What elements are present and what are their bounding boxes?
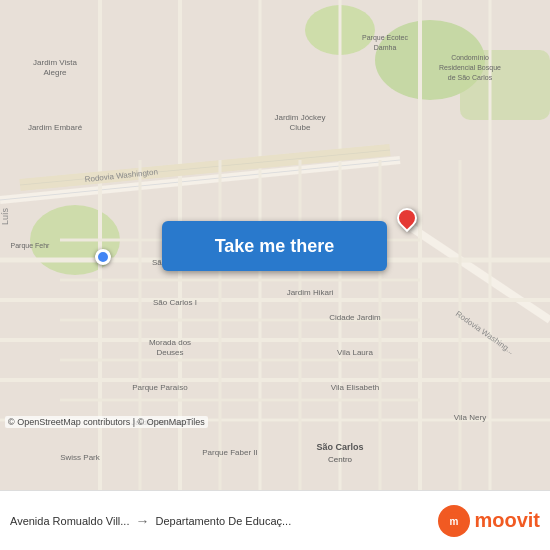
svg-text:Luís: Luís [0, 207, 10, 225]
svg-text:Jardim Jóckey: Jardim Jóckey [274, 113, 325, 122]
destination-marker [397, 208, 417, 228]
svg-text:Parque Fehr: Parque Fehr [11, 242, 51, 250]
app: Luís Rodovia Washington Rodovia Washing.… [0, 0, 550, 550]
svg-text:Vila Nery: Vila Nery [454, 413, 486, 422]
svg-text:Swiss Park: Swiss Park [60, 453, 101, 462]
svg-text:Condomínio: Condomínio [451, 54, 489, 61]
svg-text:Morada dos: Morada dos [149, 338, 191, 347]
origin-text: Avenida Romualdo Vill... [10, 515, 129, 527]
svg-text:Clube: Clube [290, 123, 311, 132]
origin-marker [95, 249, 111, 265]
svg-text:Parque Faber II: Parque Faber II [202, 448, 258, 457]
moovit-logo-icon: m [438, 505, 470, 537]
svg-text:Residencial Bosque: Residencial Bosque [439, 64, 501, 72]
svg-text:Parque Paraíso: Parque Paraíso [132, 383, 188, 392]
map-container: Luís Rodovia Washington Rodovia Washing.… [0, 0, 550, 490]
svg-text:Jardim Vista: Jardim Vista [33, 58, 77, 67]
svg-text:Deuses: Deuses [156, 348, 183, 357]
svg-text:Cidade Jardim: Cidade Jardim [329, 313, 381, 322]
take-me-there-button[interactable]: Take me there [162, 221, 387, 271]
svg-text:Alegre: Alegre [43, 68, 67, 77]
svg-text:São Carlos I: São Carlos I [153, 298, 197, 307]
map-attribution: © OpenStreetMap contributors | © OpenMap… [5, 416, 208, 428]
arrow-icon: → [135, 513, 149, 529]
svg-text:Centro: Centro [328, 455, 353, 464]
svg-text:Parque Ecotec: Parque Ecotec [362, 34, 408, 42]
svg-text:m: m [450, 516, 459, 527]
svg-text:Jardim Hikari: Jardim Hikari [287, 288, 334, 297]
svg-text:Jardim Embaré: Jardim Embaré [28, 123, 83, 132]
route-info: Avenida Romualdo Vill... → Departamento … [10, 513, 438, 529]
svg-text:São Carlos: São Carlos [316, 442, 363, 452]
svg-text:de São Carlos: de São Carlos [448, 74, 493, 81]
moovit-brand-text: moovit [474, 509, 540, 532]
svg-text:Damha: Damha [374, 44, 397, 51]
bottom-bar: Avenida Romualdo Vill... → Departamento … [0, 490, 550, 550]
moovit-logo: m moovit [438, 505, 540, 537]
svg-text:Vila Elisabeth: Vila Elisabeth [331, 383, 379, 392]
svg-text:Vila Laura: Vila Laura [337, 348, 373, 357]
destination-text: Departamento De Educaç... [155, 515, 291, 527]
